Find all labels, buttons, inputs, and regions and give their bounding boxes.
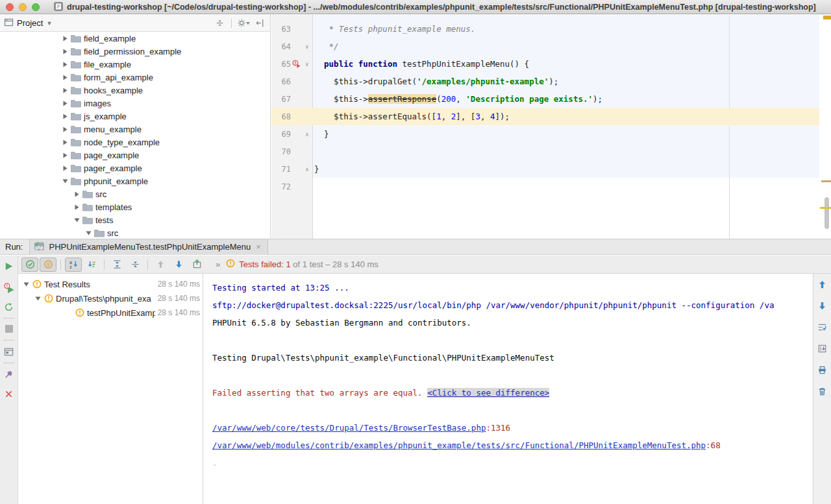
editor-lines[interactable]: 63 * Tests phpunit_example menus.64∨ */6… bbox=[271, 20, 819, 195]
editor-line-65[interactable]: 65∨ public function testPhpUnitExampleMe… bbox=[271, 55, 819, 73]
chevron-right-icon[interactable] bbox=[62, 49, 68, 54]
line-number[interactable]: 67 bbox=[271, 95, 291, 104]
chevron-right-icon[interactable] bbox=[73, 204, 80, 210]
project-tree-item-pager_example[interactable]: pager_example bbox=[0, 162, 270, 174]
chevron-down-icon[interactable]: ▼ bbox=[46, 20, 52, 27]
chevron-down-icon[interactable] bbox=[73, 218, 80, 222]
collapse-all-button[interactable] bbox=[127, 258, 143, 272]
zoom-window-button[interactable] bbox=[32, 3, 40, 11]
next-occurrence-button[interactable] bbox=[170, 258, 187, 272]
line-number[interactable]: 72 bbox=[271, 182, 291, 191]
show-passed-toggle[interactable] bbox=[21, 258, 38, 272]
project-tree-item-field_example[interactable]: field_example bbox=[0, 32, 270, 45]
run-configuration-tab[interactable]: php PHPUnitExampleMenuTest.testPhpUnitEx… bbox=[29, 239, 267, 255]
close-icon[interactable]: × bbox=[254, 242, 262, 252]
editor-line-72[interactable]: 72 bbox=[271, 178, 819, 195]
restore-layout-button[interactable] bbox=[3, 345, 16, 358]
stop-button[interactable] bbox=[3, 322, 16, 335]
previous-occurrence-button[interactable] bbox=[152, 258, 169, 272]
console-link[interactable]: /var/www/web/core/tests/Drupal/Tests/Bro… bbox=[212, 423, 486, 433]
editor-line-64[interactable]: 64∨ */ bbox=[271, 38, 819, 55]
editor-line-69[interactable]: 69∧ } bbox=[271, 125, 819, 143]
fold-marker-icon[interactable]: ∧ bbox=[302, 131, 312, 138]
up-stack-trace-button[interactable] bbox=[816, 278, 829, 291]
line-number[interactable]: 68 bbox=[271, 112, 291, 121]
project-tree-item-field_permission_example[interactable]: field_permission_example bbox=[0, 45, 270, 58]
chevron-down-icon[interactable] bbox=[85, 231, 92, 235]
project-tree-item-hooks_example[interactable]: hooks_example bbox=[0, 84, 270, 97]
project-tree-item-tests[interactable]: tests bbox=[0, 213, 270, 226]
sort-alphabetically-toggle[interactable]: az bbox=[65, 258, 82, 272]
toggle-auto-test-button[interactable] bbox=[3, 300, 16, 313]
chevron-right-icon[interactable] bbox=[73, 191, 80, 197]
stripe-current-mark[interactable] bbox=[820, 207, 831, 209]
project-tree-item-templates[interactable]: templates bbox=[0, 200, 270, 213]
chevron-down-icon[interactable] bbox=[22, 282, 30, 287]
editor-line-66[interactable]: 66 $this->drupalGet('/examples/phpunit-e… bbox=[271, 73, 819, 90]
expand-all-button[interactable] bbox=[108, 258, 125, 272]
chevron-right-icon[interactable] bbox=[62, 126, 68, 132]
project-tree-item-form_api_example[interactable]: form_api_example bbox=[0, 71, 270, 84]
editor-line-71[interactable]: 71∧} bbox=[271, 160, 819, 178]
close-tab-button[interactable] bbox=[3, 387, 16, 400]
test-tree-item[interactable]: Test Results28 s 140 ms bbox=[18, 277, 203, 291]
project-tree-item-images[interactable]: images bbox=[0, 97, 270, 110]
chevron-right-icon[interactable] bbox=[62, 62, 68, 67]
console-link[interactable]: <Click to see difference> bbox=[427, 388, 549, 398]
editor-scrollbar[interactable] bbox=[819, 15, 831, 239]
test-console-output[interactable]: Testing started at 13:25 ...sftp://docke… bbox=[203, 274, 813, 504]
sort-by-duration-toggle[interactable] bbox=[83, 258, 100, 272]
project-tree-item-node_type_example[interactable]: node_type_example bbox=[0, 136, 270, 149]
print-button[interactable] bbox=[816, 363, 829, 376]
line-number[interactable]: 66 bbox=[271, 77, 291, 86]
stripe-warning-mark[interactable] bbox=[821, 180, 831, 182]
fold-marker-icon[interactable]: ∨ bbox=[302, 61, 312, 67]
line-number[interactable]: 70 bbox=[271, 147, 291, 156]
show-ignored-toggle[interactable] bbox=[40, 258, 56, 272]
pin-tab-button[interactable] bbox=[3, 368, 16, 381]
close-window-button[interactable] bbox=[6, 3, 14, 11]
collapse-all-icon[interactable] bbox=[213, 17, 226, 30]
chevron-right-icon[interactable] bbox=[62, 101, 68, 106]
test-tree-item[interactable]: Drupal\Tests\phpunit_exa28 s 140 ms bbox=[18, 291, 203, 306]
project-tree-item-page_example[interactable]: page_example bbox=[0, 149, 270, 162]
chevron-right-icon[interactable] bbox=[62, 114, 68, 119]
project-tree-item-js_example[interactable]: js_example bbox=[0, 110, 270, 123]
rerun-failed-tests-button[interactable] bbox=[3, 282, 16, 294]
chevron-right-icon[interactable] bbox=[62, 75, 68, 80]
scrollbar-thumb[interactable] bbox=[825, 197, 829, 229]
editor-line-70[interactable]: 70 bbox=[271, 143, 819, 160]
hide-panel-icon[interactable] bbox=[253, 17, 266, 30]
chevron-down-icon[interactable] bbox=[62, 179, 68, 184]
chevron-down-icon[interactable] bbox=[34, 296, 42, 301]
down-stack-trace-button[interactable] bbox=[816, 299, 829, 312]
fold-marker-icon[interactable]: ∨ bbox=[302, 43, 312, 50]
project-tree-item-file_example[interactable]: file_example bbox=[0, 58, 270, 71]
rerun-button[interactable] bbox=[3, 259, 16, 272]
rerun-failed-test-gutter-icon[interactable] bbox=[291, 60, 302, 68]
line-number[interactable]: 71 bbox=[271, 165, 291, 174]
minimize-window-button[interactable] bbox=[19, 3, 27, 11]
chevron-right-icon[interactable] bbox=[62, 165, 68, 171]
clear-all-button[interactable] bbox=[816, 385, 829, 398]
project-header-title[interactable]: Project bbox=[17, 18, 43, 28]
chevron-right-icon[interactable] bbox=[62, 139, 68, 145]
project-tree-item-src[interactable]: src bbox=[0, 187, 270, 200]
editor[interactable]: 63 * Tests phpunit_example menus.64∨ */6… bbox=[271, 15, 831, 239]
line-number[interactable]: 69 bbox=[271, 130, 291, 139]
line-number[interactable]: 64 bbox=[271, 42, 291, 51]
chevron-right-icon[interactable] bbox=[62, 36, 68, 42]
soft-wrap-toggle[interactable] bbox=[816, 320, 829, 333]
console-link[interactable]: /var/www/web/modules/contrib/examples/ph… bbox=[212, 440, 706, 450]
editor-line-67[interactable]: 67 $this->assertResponse(200, 'Descripti… bbox=[271, 90, 819, 108]
project-tree-item-menu_example[interactable]: menu_example bbox=[0, 123, 270, 136]
scroll-to-end-button[interactable] bbox=[816, 342, 829, 355]
line-number[interactable]: 63 bbox=[271, 25, 291, 34]
chevron-right-icon[interactable] bbox=[62, 88, 68, 93]
chevron-right-icon[interactable] bbox=[62, 152, 68, 158]
fold-marker-icon[interactable]: ∧ bbox=[302, 166, 312, 173]
editor-line-68[interactable]: 68 $this->assertEquals([1, 2], [3, 4]); bbox=[271, 108, 819, 125]
export-test-results-button[interactable] bbox=[188, 258, 205, 272]
settings-gear-icon[interactable] bbox=[237, 17, 250, 30]
project-tree-item-phpunit_example[interactable]: phpunit_example bbox=[0, 174, 270, 187]
